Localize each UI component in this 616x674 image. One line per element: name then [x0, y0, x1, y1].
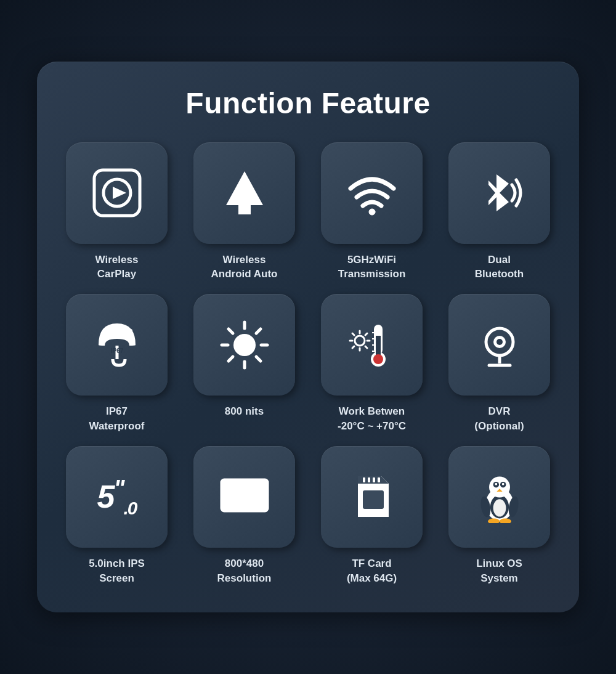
svg-rect-45 [368, 477, 370, 482]
feature-label-carplay: WirelessCarPlay [95, 253, 139, 282]
svg-point-28 [355, 336, 365, 346]
page-title: Function Feature [59, 86, 557, 120]
waterproof-icon: IP67 [89, 317, 145, 373]
feature-wifi: 5GHzWiFiTransmission [314, 142, 429, 282]
svg-line-17 [256, 357, 261, 361]
svg-line-34 [365, 346, 367, 348]
svg-point-11 [233, 334, 256, 356]
feature-linux: Linux OSSystem [442, 446, 557, 586]
icon-box-screen: 5".0 [66, 446, 168, 548]
svg-point-23 [373, 354, 383, 364]
svg-point-7 [112, 324, 116, 328]
svg-rect-46 [373, 477, 375, 482]
svg-rect-48 [363, 490, 384, 509]
linux-icon [475, 471, 524, 523]
feature-label-android-auto: WirelessAndroid Auto [211, 253, 278, 282]
tfcard-icon [344, 469, 400, 524]
feature-bluetooth: DualBluetooth [442, 142, 557, 282]
svg-rect-47 [378, 477, 380, 482]
feature-label-ip67: IP67Waterproof [89, 404, 144, 434]
svg-point-52 [489, 476, 510, 497]
feature-label-dvr: DVR(Optional) [474, 404, 524, 434]
feature-dvr: DVR(Optional) [442, 294, 557, 434]
svg-point-39 [496, 339, 503, 345]
icon-box-wifi [321, 142, 423, 244]
feature-resolution: 800*480Resolution [187, 446, 302, 586]
svg-line-33 [352, 333, 354, 335]
feature-label-linux: Linux OSSystem [476, 556, 522, 586]
feature-label-brightness: 800 nits [225, 404, 264, 419]
svg-point-55 [495, 483, 497, 485]
feature-temperature: Work Betwen-20°C ~ +70°C [314, 294, 429, 434]
resolution-icon [217, 469, 272, 524]
icon-box-tfcard [321, 446, 423, 548]
icon-box-linux [448, 446, 550, 548]
bluetooth-icon [472, 165, 527, 221]
svg-text:IP67: IP67 [110, 347, 123, 354]
screen-size-display: 5".0 [97, 478, 137, 515]
svg-point-8 [121, 325, 125, 329]
feature-label-wifi: 5GHzWiFiTransmission [338, 253, 406, 282]
svg-line-36 [365, 333, 367, 335]
feature-ip67: IP67 IP67Waterproof [59, 294, 174, 434]
temperature-icon [344, 317, 400, 373]
wifi-icon [344, 165, 400, 221]
icon-box-carplay [66, 142, 168, 244]
feature-label-screen: 5.0inch IPSScreen [89, 556, 145, 586]
svg-line-19 [229, 357, 233, 361]
feature-label-bluetooth: DualBluetooth [475, 253, 524, 282]
feature-wireless-carplay: WirelessCarPlay [59, 142, 174, 282]
feature-brightness: 800 nits [187, 294, 302, 434]
icon-box-brightness [193, 294, 295, 396]
svg-line-18 [256, 329, 261, 333]
svg-point-6 [105, 328, 108, 331]
svg-line-16 [229, 329, 233, 333]
svg-point-9 [129, 329, 132, 333]
icon-box-ip67: IP67 [66, 294, 168, 396]
dvr-icon [472, 317, 527, 373]
svg-marker-3 [226, 171, 263, 214]
icon-box-android-auto [193, 142, 295, 244]
feature-label-temperature: Work Betwen-20°C ~ +70°C [338, 404, 406, 434]
icon-box-dvr [448, 294, 550, 396]
svg-marker-2 [113, 187, 126, 199]
feature-label-tfcard: TF Card(Max 64G) [347, 556, 397, 586]
svg-line-35 [352, 346, 354, 348]
features-grid: WirelessCarPlay WirelessAndroid Auto [59, 142, 557, 586]
feature-label-resolution: 800*480Resolution [217, 556, 272, 586]
android-auto-icon [217, 165, 272, 221]
svg-point-56 [501, 483, 504, 485]
icon-box-temperature [321, 294, 423, 396]
feature-screen: 5".0 5.0inch IPSScreen [59, 446, 174, 586]
icon-box-bluetooth [448, 142, 550, 244]
main-card: Function Feature WirelessCarPlay [37, 62, 579, 613]
svg-rect-44 [363, 477, 365, 482]
feature-android-auto: WirelessAndroid Auto [187, 142, 302, 282]
brightness-icon [217, 317, 272, 373]
svg-point-51 [493, 499, 506, 516]
icon-box-resolution [193, 446, 295, 548]
carplay-icon [89, 165, 145, 221]
svg-point-4 [369, 209, 375, 215]
feature-tfcard: TF Card(Max 64G) [314, 446, 429, 586]
